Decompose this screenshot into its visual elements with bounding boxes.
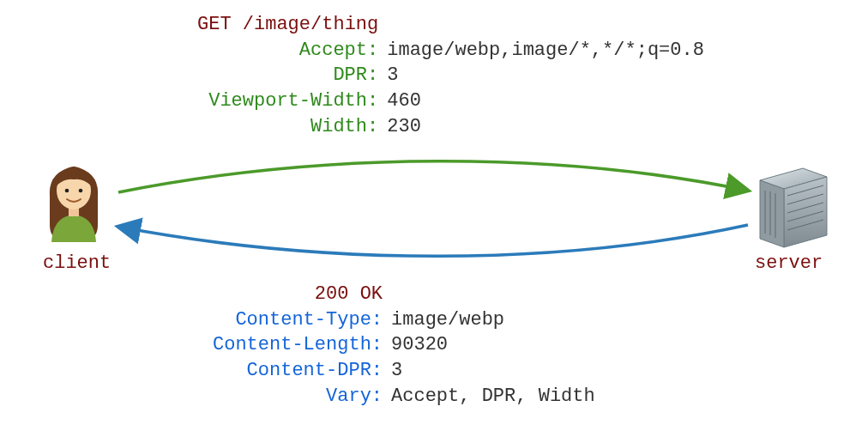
flow-arrows (0, 0, 868, 431)
request-arrow-icon (118, 161, 748, 192)
response-arrow-icon (118, 225, 748, 256)
